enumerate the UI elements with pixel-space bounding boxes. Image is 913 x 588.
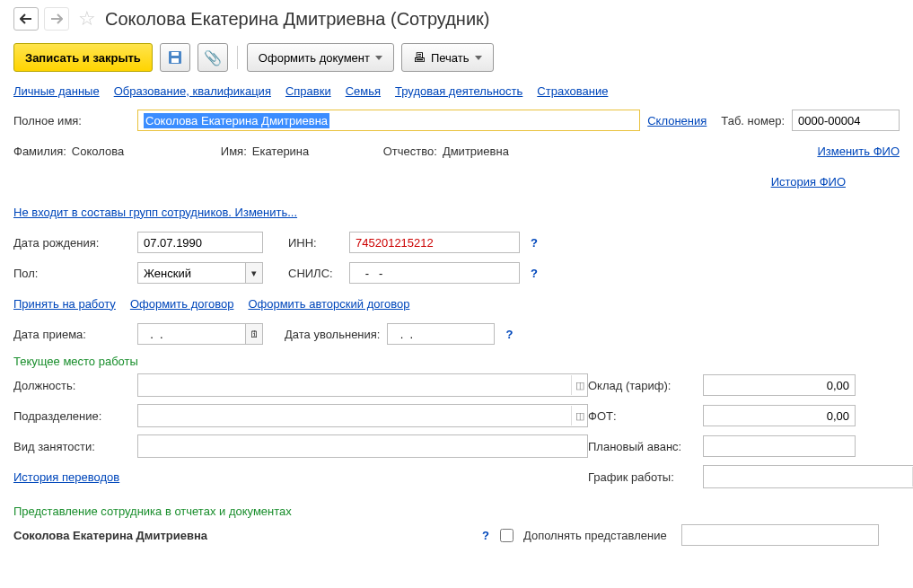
birthdate-input[interactable] xyxy=(137,232,263,253)
forward-button xyxy=(44,7,69,31)
save-button[interactable] xyxy=(160,43,190,72)
tab-insurance[interactable]: Страхование xyxy=(537,84,608,98)
fullname-input[interactable]: Соколова Екатерина Дмитриевна xyxy=(137,110,640,131)
representation-help-icon[interactable]: ? xyxy=(482,529,489,542)
hire-date-label: Дата приема: xyxy=(13,328,130,341)
extend-representation-label: Дополнять представление xyxy=(523,529,667,542)
floppy-icon xyxy=(168,50,182,65)
current-work-section-title: Текущее место работы xyxy=(13,355,900,368)
gender-select[interactable]: ▾ xyxy=(137,262,263,284)
tab-references[interactable]: Справки xyxy=(285,84,331,98)
department-label: Подразделение: xyxy=(13,409,130,423)
snils-help-icon[interactable]: ? xyxy=(531,267,538,280)
tab-personal[interactable]: Личные данные xyxy=(13,84,100,98)
inn-label: ИНН: xyxy=(288,236,342,250)
firstname-label: Имя: xyxy=(221,145,247,158)
tab-number-input[interactable] xyxy=(792,110,900,131)
fio-history-link[interactable]: История ФИО xyxy=(771,175,846,189)
advance-label: Плановый аванс: xyxy=(588,440,696,453)
fot-input[interactable] xyxy=(703,405,856,426)
schedule-label: График работы: xyxy=(588,470,696,484)
inn-help-icon[interactable]: ? xyxy=(531,236,538,250)
declension-link[interactable]: Склонения xyxy=(647,114,707,127)
fullname-label: Полное имя: xyxy=(13,114,130,127)
fot-label: ФОТ: xyxy=(588,409,696,423)
calendar-icon[interactable]: 🗓 xyxy=(245,323,263,345)
change-fio-link[interactable]: Изменить ФИО xyxy=(817,145,900,158)
tab-family[interactable]: Семья xyxy=(346,84,381,98)
position-label: Должность: xyxy=(13,379,130,392)
extend-representation-input[interactable] xyxy=(681,524,879,546)
gender-value[interactable] xyxy=(137,262,245,284)
birthdate-label: Дата рождения: xyxy=(13,236,130,250)
tab-work-history[interactable]: Трудовая деятельность xyxy=(395,84,522,98)
save-and-close-button[interactable]: Записать и закрыть xyxy=(13,43,153,72)
surname-value: Соколова xyxy=(72,145,215,158)
fire-date-label: Дата увольнения: xyxy=(285,328,380,341)
firstname-value: Екатерина xyxy=(252,145,378,158)
tab-number-label: Таб. номер: xyxy=(721,114,785,127)
patronymic-value: Дмитриевна xyxy=(443,145,604,158)
extend-representation-checkbox[interactable] xyxy=(500,529,514,542)
tab-education[interactable]: Образование, квалификация xyxy=(114,84,271,98)
representation-name: Соколова Екатерина Дмитриевна xyxy=(13,529,471,542)
advance-input[interactable] xyxy=(703,435,856,457)
snils-input[interactable] xyxy=(349,262,520,284)
hire-link[interactable]: Принять на работу xyxy=(13,297,116,311)
surname-label: Фамилия: xyxy=(13,145,66,158)
transfers-history-link[interactable]: История переводов xyxy=(13,470,119,484)
snils-label: СНИЛС: xyxy=(288,267,342,280)
department-input[interactable] xyxy=(138,405,571,426)
hire-date-input[interactable]: 🗓 xyxy=(137,323,263,345)
arrow-right-icon xyxy=(50,13,63,24)
chevron-down-icon xyxy=(375,56,382,60)
author-contract-link[interactable]: Оформить авторский договор xyxy=(248,297,409,311)
position-input[interactable] xyxy=(138,374,571,396)
salary-input[interactable] xyxy=(703,374,856,396)
employment-type-label: Вид занятости: xyxy=(13,440,130,453)
paperclip-icon: 📎 xyxy=(204,49,222,66)
favorite-star-icon[interactable]: ☆ xyxy=(78,7,96,31)
employee-groups-link[interactable]: Не входит в составы групп сотрудников. И… xyxy=(13,206,297,219)
open-icon[interactable]: ◫ xyxy=(571,406,587,426)
inn-input[interactable] xyxy=(349,232,520,253)
arrow-left-icon xyxy=(20,13,32,24)
toolbar-separator xyxy=(237,46,238,69)
fullname-value: Соколова Екатерина Дмитриевна xyxy=(144,113,329,128)
svg-rect-1 xyxy=(171,52,179,56)
page-title: Соколова Екатерина Дмитриевна (Сотрудник… xyxy=(105,9,490,30)
open-icon[interactable]: ◫ xyxy=(571,375,587,395)
create-document-label: Оформить документ xyxy=(259,51,370,65)
contract-link[interactable]: Оформить договор xyxy=(130,297,234,311)
back-button[interactable] xyxy=(13,7,39,31)
fire-date-help-icon[interactable]: ? xyxy=(505,328,513,341)
fire-date-input[interactable] xyxy=(387,323,495,345)
printer-icon: 🖶 xyxy=(413,50,426,65)
salary-label: Оклад (тариф): xyxy=(588,379,696,392)
schedule-input[interactable] xyxy=(704,466,912,487)
gender-label: Пол: xyxy=(13,267,130,280)
chevron-down-icon[interactable]: ▾ xyxy=(245,262,263,284)
representation-section-title: Представление сотрудника в отчетах и док… xyxy=(13,505,900,518)
create-document-menu[interactable]: Оформить документ xyxy=(247,43,394,72)
patronymic-label: Отчество: xyxy=(383,145,437,158)
print-label: Печать xyxy=(431,51,470,65)
employment-type-input[interactable] xyxy=(138,435,587,457)
chevron-down-icon xyxy=(475,56,482,60)
print-menu[interactable]: 🖶 Печать xyxy=(401,43,494,72)
attachment-button[interactable]: 📎 xyxy=(198,43,228,72)
svg-rect-2 xyxy=(171,58,179,63)
